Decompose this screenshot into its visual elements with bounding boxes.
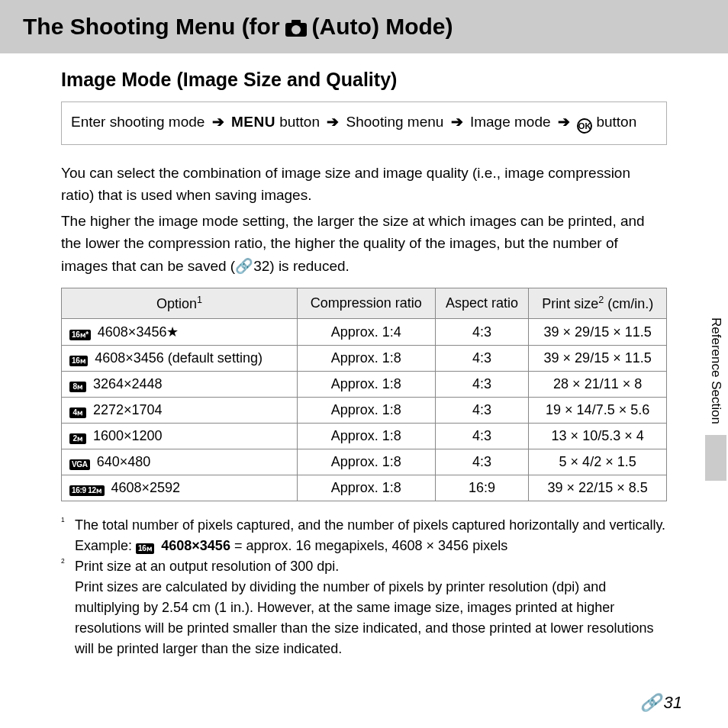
breadcrumb: Enter shooting mode ➔ MENU button ➔ Shoo… bbox=[61, 101, 667, 145]
footnote-2: 2 Print size at an output resolution of … bbox=[61, 556, 667, 659]
image-mode-table: Option1 Compression ratio Aspect ratio P… bbox=[61, 288, 667, 501]
table-header-row: Option1 Compression ratio Aspect ratio P… bbox=[62, 288, 667, 319]
cell-aspect: 4:3 bbox=[435, 319, 529, 346]
cell-option: VGA 640×480 bbox=[62, 449, 298, 475]
cell-option: 8ᴍ 3264×2448 bbox=[62, 372, 298, 398]
cell-option: 16ᴍ 4608×3456 (default setting) bbox=[62, 346, 298, 372]
arrow-icon: ➔ bbox=[327, 114, 339, 130]
table-row: 8ᴍ 3264×2448Approx. 1:84:328 × 21/11 × 8 bbox=[62, 372, 667, 398]
page-ref-icon: 🔗 bbox=[640, 693, 661, 713]
size-badge-icon: 2ᴍ bbox=[69, 433, 86, 444]
size-badge-icon: VGA bbox=[69, 459, 90, 470]
cell-aspect: 4:3 bbox=[435, 424, 529, 449]
reference-link-icon: 🔗 bbox=[235, 258, 253, 274]
cell-ratio: Approx. 1:8 bbox=[297, 372, 435, 398]
bc-step5-post: button bbox=[592, 114, 636, 130]
table-row: 16ᴍ* 4608×3456★Approx. 1:44:339 × 29/15 … bbox=[62, 319, 667, 346]
cell-aspect: 4:3 bbox=[435, 372, 529, 398]
title-pre: The Shooting Menu (for bbox=[23, 14, 280, 40]
bc-step4: Image mode bbox=[470, 114, 551, 130]
cell-aspect: 4:3 bbox=[435, 346, 529, 372]
side-section-label: Reference Section bbox=[704, 313, 728, 435]
fn1-line1: The total number of pixels captured, and… bbox=[75, 517, 665, 533]
cell-print: 39 × 22/15 × 8.5 bbox=[529, 475, 667, 501]
cell-ratio: Approx. 1:4 bbox=[297, 319, 435, 346]
cell-print: 5 × 4/2 × 1.5 bbox=[529, 449, 667, 475]
cell-option: 16ᴍ* 4608×3456★ bbox=[62, 319, 298, 346]
page-number: 🔗31 bbox=[640, 693, 682, 713]
cell-print: 39 × 29/15 × 11.5 bbox=[529, 346, 667, 372]
menu-button-label: MENU bbox=[231, 114, 275, 130]
arrow-icon: ➔ bbox=[451, 114, 463, 130]
cell-option: 2ᴍ 1600×1200 bbox=[62, 424, 298, 449]
cell-print: 13 × 10/5.3 × 4 bbox=[529, 424, 667, 449]
bc-step2-post: button bbox=[275, 114, 320, 130]
side-tab-marker bbox=[705, 435, 726, 481]
cell-option: 4ᴍ 2272×1704 bbox=[62, 398, 298, 424]
p2-a: The higher the image mode setting, the l… bbox=[61, 213, 645, 274]
table-row: 16ᴍ 4608×3456 (default setting)Approx. 1… bbox=[62, 346, 667, 372]
cell-ratio: Approx. 1:8 bbox=[297, 424, 435, 449]
table-row: 16:9 12ᴍ 4608×2592Approx. 1:816:939 × 22… bbox=[62, 475, 667, 501]
section-subtitle: Image Mode (Image Size and Quality) bbox=[61, 69, 667, 91]
arrow-icon: ➔ bbox=[558, 114, 570, 130]
table-row: VGA 640×480Approx. 1:84:35 × 4/2 × 1.5 bbox=[62, 449, 667, 475]
badge-icon: 16ᴍ bbox=[136, 543, 154, 554]
cell-print: 19 × 14/7.5 × 5.6 bbox=[529, 398, 667, 424]
cell-print: 28 × 21/11 × 8 bbox=[529, 372, 667, 398]
paragraph-1: You can select the combination of image … bbox=[61, 162, 667, 207]
cell-ratio: Approx. 1:8 bbox=[297, 449, 435, 475]
cell-ratio: Approx. 1:8 bbox=[297, 475, 435, 501]
table-row: 2ᴍ 1600×1200Approx. 1:84:313 × 10/5.3 × … bbox=[62, 424, 667, 449]
ok-button-icon: OK bbox=[577, 118, 592, 134]
size-badge-icon: 16:9 12ᴍ bbox=[69, 485, 105, 496]
page-title: The Shooting Menu (for (Auto) Mode) bbox=[23, 14, 705, 40]
fn1-bold: 4608×3456 bbox=[161, 538, 230, 553]
fn1-example-post: = approx. 16 megapixels, 4608 × 3456 pix… bbox=[230, 538, 507, 553]
paragraph-2: The higher the image mode setting, the l… bbox=[61, 210, 667, 277]
arrow-icon: ➔ bbox=[212, 114, 224, 130]
cell-aspect: 16:9 bbox=[435, 475, 529, 501]
camera-icon bbox=[285, 14, 308, 40]
bc-step3: Shooting menu bbox=[346, 114, 444, 130]
footnotes: 1 The total number of pixels captured, a… bbox=[61, 515, 667, 659]
size-badge-icon: 16ᴍ* bbox=[69, 330, 91, 340]
cell-aspect: 4:3 bbox=[435, 398, 529, 424]
cell-aspect: 4:3 bbox=[435, 449, 529, 475]
size-badge-icon: 16ᴍ bbox=[69, 356, 88, 366]
svg-rect-1 bbox=[292, 20, 301, 24]
side-tab: Reference Section bbox=[704, 313, 728, 481]
th-print: Print size2 (cm/in.) bbox=[529, 288, 667, 319]
th-option: Option1 bbox=[62, 288, 298, 319]
size-badge-icon: 4ᴍ bbox=[69, 407, 86, 418]
table-row: 4ᴍ 2272×1704Approx. 1:84:319 × 14/7.5 × … bbox=[62, 398, 667, 424]
size-badge-icon: 8ᴍ bbox=[69, 382, 86, 392]
page-header: The Shooting Menu (for (Auto) Mode) bbox=[0, 0, 728, 53]
p2-ref: 32 bbox=[253, 258, 269, 274]
fn2-line2: Print sizes are calculated by dividing t… bbox=[75, 579, 653, 656]
cell-ratio: Approx. 1:8 bbox=[297, 398, 435, 424]
fn2-line1: Print size at an output resolution of 30… bbox=[75, 559, 339, 574]
bc-step1: Enter shooting mode bbox=[71, 114, 205, 130]
th-aspect: Aspect ratio bbox=[435, 288, 529, 319]
p2-b: ) is reduced. bbox=[269, 258, 350, 274]
cell-ratio: Approx. 1:8 bbox=[297, 346, 435, 372]
svg-point-2 bbox=[292, 25, 301, 34]
page-content: Image Mode (Image Size and Quality) Ente… bbox=[0, 53, 728, 659]
cell-option: 16:9 12ᴍ 4608×2592 bbox=[62, 475, 298, 501]
fn1-example-pre: Example: bbox=[75, 538, 136, 553]
cell-print: 39 × 29/15 × 11.5 bbox=[529, 319, 667, 346]
title-post: (Auto) Mode) bbox=[312, 14, 453, 40]
th-ratio: Compression ratio bbox=[297, 288, 435, 319]
footnote-1: 1 The total number of pixels captured, a… bbox=[61, 515, 667, 556]
